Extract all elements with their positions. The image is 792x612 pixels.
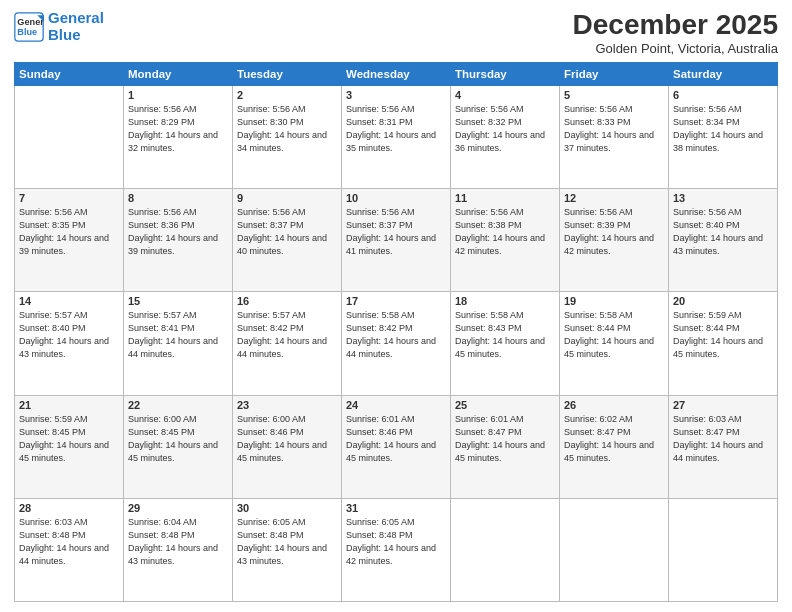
- day-info: Sunrise: 6:03 AMSunset: 8:47 PMDaylight:…: [673, 413, 773, 465]
- calendar-cell: 21Sunrise: 5:59 AMSunset: 8:45 PMDayligh…: [15, 395, 124, 498]
- day-number: 6: [673, 89, 773, 101]
- calendar-cell: 10Sunrise: 5:56 AMSunset: 8:37 PMDayligh…: [342, 189, 451, 292]
- day-info: Sunrise: 5:56 AMSunset: 8:30 PMDaylight:…: [237, 103, 337, 155]
- day-number: 19: [564, 295, 664, 307]
- day-info: Sunrise: 5:58 AMSunset: 8:43 PMDaylight:…: [455, 309, 555, 361]
- day-number: 5: [564, 89, 664, 101]
- logo-icon: General Blue: [14, 12, 44, 42]
- day-info: Sunrise: 5:56 AMSunset: 8:36 PMDaylight:…: [128, 206, 228, 258]
- calendar-cell: 16Sunrise: 5:57 AMSunset: 8:42 PMDayligh…: [233, 292, 342, 395]
- calendar-cell: 23Sunrise: 6:00 AMSunset: 8:46 PMDayligh…: [233, 395, 342, 498]
- calendar-cell: 11Sunrise: 5:56 AMSunset: 8:38 PMDayligh…: [451, 189, 560, 292]
- day-header-wednesday: Wednesday: [342, 62, 451, 85]
- calendar-cell: 5Sunrise: 5:56 AMSunset: 8:33 PMDaylight…: [560, 85, 669, 188]
- calendar-cell: 27Sunrise: 6:03 AMSunset: 8:47 PMDayligh…: [669, 395, 778, 498]
- calendar-cell: 7Sunrise: 5:56 AMSunset: 8:35 PMDaylight…: [15, 189, 124, 292]
- day-number: 3: [346, 89, 446, 101]
- day-info: Sunrise: 5:59 AMSunset: 8:45 PMDaylight:…: [19, 413, 119, 465]
- page: General Blue General Blue December 2025 …: [0, 0, 792, 612]
- logo-text: General Blue: [48, 10, 104, 43]
- calendar-cell: 1Sunrise: 5:56 AMSunset: 8:29 PMDaylight…: [124, 85, 233, 188]
- day-info: Sunrise: 5:56 AMSunset: 8:37 PMDaylight:…: [237, 206, 337, 258]
- day-number: 16: [237, 295, 337, 307]
- day-number: 14: [19, 295, 119, 307]
- day-number: 27: [673, 399, 773, 411]
- calendar-header-row: SundayMondayTuesdayWednesdayThursdayFrid…: [15, 62, 778, 85]
- day-number: 24: [346, 399, 446, 411]
- calendar-cell: [560, 498, 669, 601]
- logo: General Blue General Blue: [14, 10, 104, 43]
- day-info: Sunrise: 5:58 AMSunset: 8:44 PMDaylight:…: [564, 309, 664, 361]
- day-number: 30: [237, 502, 337, 514]
- week-row-3: 21Sunrise: 5:59 AMSunset: 8:45 PMDayligh…: [15, 395, 778, 498]
- calendar-cell: 13Sunrise: 5:56 AMSunset: 8:40 PMDayligh…: [669, 189, 778, 292]
- calendar-cell: 28Sunrise: 6:03 AMSunset: 8:48 PMDayligh…: [15, 498, 124, 601]
- week-row-2: 14Sunrise: 5:57 AMSunset: 8:40 PMDayligh…: [15, 292, 778, 395]
- calendar-cell: 30Sunrise: 6:05 AMSunset: 8:48 PMDayligh…: [233, 498, 342, 601]
- day-info: Sunrise: 5:56 AMSunset: 8:40 PMDaylight:…: [673, 206, 773, 258]
- day-info: Sunrise: 5:56 AMSunset: 8:39 PMDaylight:…: [564, 206, 664, 258]
- calendar-cell: 15Sunrise: 5:57 AMSunset: 8:41 PMDayligh…: [124, 292, 233, 395]
- week-row-1: 7Sunrise: 5:56 AMSunset: 8:35 PMDaylight…: [15, 189, 778, 292]
- day-number: 25: [455, 399, 555, 411]
- day-info: Sunrise: 6:04 AMSunset: 8:48 PMDaylight:…: [128, 516, 228, 568]
- day-info: Sunrise: 5:56 AMSunset: 8:33 PMDaylight:…: [564, 103, 664, 155]
- day-info: Sunrise: 5:56 AMSunset: 8:37 PMDaylight:…: [346, 206, 446, 258]
- day-info: Sunrise: 6:00 AMSunset: 8:46 PMDaylight:…: [237, 413, 337, 465]
- day-info: Sunrise: 5:57 AMSunset: 8:40 PMDaylight:…: [19, 309, 119, 361]
- calendar-cell: [669, 498, 778, 601]
- day-info: Sunrise: 5:56 AMSunset: 8:34 PMDaylight:…: [673, 103, 773, 155]
- calendar-cell: 17Sunrise: 5:58 AMSunset: 8:42 PMDayligh…: [342, 292, 451, 395]
- day-header-monday: Monday: [124, 62, 233, 85]
- day-info: Sunrise: 6:01 AMSunset: 8:47 PMDaylight:…: [455, 413, 555, 465]
- day-info: Sunrise: 5:56 AMSunset: 8:32 PMDaylight:…: [455, 103, 555, 155]
- day-number: 9: [237, 192, 337, 204]
- day-number: 4: [455, 89, 555, 101]
- day-info: Sunrise: 6:03 AMSunset: 8:48 PMDaylight:…: [19, 516, 119, 568]
- calendar-cell: 12Sunrise: 5:56 AMSunset: 8:39 PMDayligh…: [560, 189, 669, 292]
- day-info: Sunrise: 6:02 AMSunset: 8:47 PMDaylight:…: [564, 413, 664, 465]
- logo-line1: General: [48, 9, 104, 26]
- day-info: Sunrise: 5:56 AMSunset: 8:38 PMDaylight:…: [455, 206, 555, 258]
- day-info: Sunrise: 5:59 AMSunset: 8:44 PMDaylight:…: [673, 309, 773, 361]
- calendar-cell: 22Sunrise: 6:00 AMSunset: 8:45 PMDayligh…: [124, 395, 233, 498]
- day-number: 7: [19, 192, 119, 204]
- day-number: 13: [673, 192, 773, 204]
- day-number: 12: [564, 192, 664, 204]
- subtitle: Golden Point, Victoria, Australia: [573, 41, 778, 56]
- day-number: 15: [128, 295, 228, 307]
- day-info: Sunrise: 6:05 AMSunset: 8:48 PMDaylight:…: [237, 516, 337, 568]
- calendar-cell: 25Sunrise: 6:01 AMSunset: 8:47 PMDayligh…: [451, 395, 560, 498]
- day-header-saturday: Saturday: [669, 62, 778, 85]
- day-number: 20: [673, 295, 773, 307]
- day-number: 21: [19, 399, 119, 411]
- day-header-friday: Friday: [560, 62, 669, 85]
- calendar-cell: 24Sunrise: 6:01 AMSunset: 8:46 PMDayligh…: [342, 395, 451, 498]
- calendar-cell: [15, 85, 124, 188]
- day-info: Sunrise: 6:01 AMSunset: 8:46 PMDaylight:…: [346, 413, 446, 465]
- day-info: Sunrise: 6:05 AMSunset: 8:48 PMDaylight:…: [346, 516, 446, 568]
- main-title: December 2025: [573, 10, 778, 41]
- day-header-thursday: Thursday: [451, 62, 560, 85]
- day-number: 23: [237, 399, 337, 411]
- calendar-cell: 20Sunrise: 5:59 AMSunset: 8:44 PMDayligh…: [669, 292, 778, 395]
- week-row-4: 28Sunrise: 6:03 AMSunset: 8:48 PMDayligh…: [15, 498, 778, 601]
- day-header-tuesday: Tuesday: [233, 62, 342, 85]
- logo-line2: Blue: [48, 26, 81, 43]
- day-number: 26: [564, 399, 664, 411]
- day-number: 22: [128, 399, 228, 411]
- calendar-cell: 9Sunrise: 5:56 AMSunset: 8:37 PMDaylight…: [233, 189, 342, 292]
- day-info: Sunrise: 5:56 AMSunset: 8:31 PMDaylight:…: [346, 103, 446, 155]
- day-info: Sunrise: 5:57 AMSunset: 8:42 PMDaylight:…: [237, 309, 337, 361]
- calendar-cell: 26Sunrise: 6:02 AMSunset: 8:47 PMDayligh…: [560, 395, 669, 498]
- day-number: 31: [346, 502, 446, 514]
- day-header-sunday: Sunday: [15, 62, 124, 85]
- calendar-cell: 18Sunrise: 5:58 AMSunset: 8:43 PMDayligh…: [451, 292, 560, 395]
- svg-text:Blue: Blue: [17, 27, 37, 37]
- day-number: 10: [346, 192, 446, 204]
- week-row-0: 1Sunrise: 5:56 AMSunset: 8:29 PMDaylight…: [15, 85, 778, 188]
- day-number: 18: [455, 295, 555, 307]
- calendar-cell: 31Sunrise: 6:05 AMSunset: 8:48 PMDayligh…: [342, 498, 451, 601]
- day-number: 17: [346, 295, 446, 307]
- calendar-cell: 3Sunrise: 5:56 AMSunset: 8:31 PMDaylight…: [342, 85, 451, 188]
